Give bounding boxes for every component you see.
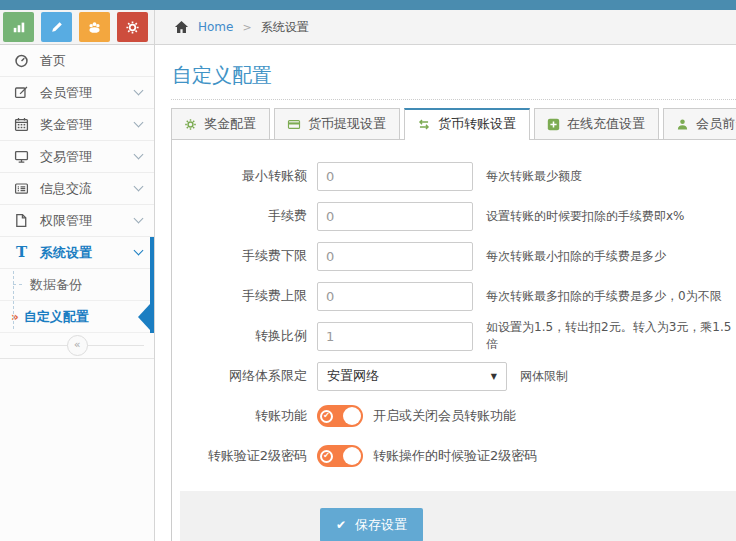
field-label: 手续费下限	[172, 247, 317, 265]
form-row-conversion-ratio: 转换比例 如设置为1.5，转出扣2元。转入为3元，乘1.5倍	[172, 316, 736, 356]
field-label: 网络体系限定	[172, 367, 317, 385]
system-settings-submenu: 数据备份 » 自定义配置	[0, 269, 154, 333]
monitor-icon	[13, 149, 30, 164]
field-hint: 如设置为1.5，转出扣2元。转入为3元，乘1.5倍	[486, 319, 736, 353]
secondary-password-toggle[interactable]: ✔	[317, 445, 363, 467]
sidebar-item-label: 权限管理	[40, 212, 125, 230]
gears-icon	[184, 118, 197, 131]
sidebar-item-label: 首页	[40, 52, 142, 70]
form-footer: ✔ 保存设置	[180, 491, 736, 541]
breadcrumb-home-link[interactable]: Home	[198, 20, 233, 34]
chevron-down-icon	[134, 86, 144, 96]
sidebar-subitem-custom-config[interactable]: » 自定义配置	[0, 301, 154, 333]
field-hint: 每次转账最小扣除的手续费是多少	[486, 248, 666, 265]
edit-icon	[13, 85, 30, 100]
toggle-knob	[343, 447, 361, 465]
tree-branch-icon	[13, 284, 22, 285]
fee-upper-limit-input[interactable]	[317, 282, 473, 311]
collapse-chevrons-icon: «	[74, 338, 81, 351]
text-icon: T	[13, 245, 30, 260]
page-title: 自定义配置	[172, 63, 736, 87]
chevron-down-icon	[134, 182, 144, 192]
form-row-secondary-password: 转账验证2级密码 ✔ 转账操作的时候验证2级密码	[172, 436, 736, 476]
users-icon	[87, 20, 102, 35]
sidebar-item-home[interactable]: 首页	[0, 45, 154, 77]
field-label: 最小转账额	[172, 167, 317, 185]
sidebar-subitem-data-backup[interactable]: 数据备份	[0, 269, 154, 301]
tab-label: 会员前台设置	[696, 115, 736, 133]
dropdown-arrow-icon: ▼	[491, 372, 497, 381]
fee-input[interactable]	[317, 202, 473, 231]
sidebar-collapse-row: «	[0, 333, 154, 359]
tab-transfer-settings[interactable]: 货币转账设置	[404, 108, 530, 140]
settings-shortcut-button[interactable]	[117, 12, 148, 42]
breadcrumb-current: 系统设置	[261, 19, 309, 36]
active-item-pointer-icon	[138, 304, 150, 330]
sidebar-shortcut-toolbar	[0, 10, 154, 45]
toggle-knob	[343, 407, 361, 425]
breadcrumb: Home > 系统设置	[155, 10, 736, 45]
sidebar-collapse-button[interactable]: «	[67, 335, 88, 356]
form-row-fee-lower-limit: 手续费下限 每次转账最小扣除的手续费是多少	[172, 236, 736, 276]
transfer-function-toggle[interactable]: ✔	[317, 405, 363, 427]
field-hint: 转账操作的时候验证2级密码	[373, 447, 537, 465]
sidebar-subitem-label: 数据备份	[30, 276, 82, 294]
field-label: 转账验证2级密码	[172, 447, 317, 465]
stats-shortcut-button[interactable]	[3, 12, 34, 42]
conversion-ratio-input[interactable]	[317, 322, 473, 351]
sidebar-item-messages[interactable]: 信息交流	[0, 173, 154, 205]
plus-square-icon	[547, 118, 560, 131]
tab-label: 在线充值设置	[567, 115, 645, 133]
tab-recharge-settings[interactable]: 在线充值设置	[534, 108, 659, 139]
home-icon	[174, 20, 189, 34]
sidebar-item-label: 奖金管理	[40, 116, 125, 134]
sidebar-item-bonus[interactable]: 奖金管理	[0, 109, 154, 141]
field-label: 转账功能	[172, 407, 317, 425]
field-hint: 网体限制	[520, 368, 568, 385]
select-value: 安置网络	[327, 367, 379, 385]
min-transfer-input[interactable]	[317, 162, 473, 191]
form-row-fee: 手续费 设置转账的时候要扣除的手续费即x%	[172, 196, 736, 236]
sidebar-item-system-settings[interactable]: T 系统设置	[0, 237, 154, 269]
tab-withdrawal-settings[interactable]: 货币提现设置	[274, 108, 400, 139]
tab-member-frontend-settings[interactable]: 会员前台设置	[663, 108, 736, 139]
sidebar-item-transactions[interactable]: 交易管理	[0, 141, 154, 173]
sidebar-item-permissions[interactable]: 权限管理	[0, 205, 154, 237]
calendar-icon	[13, 117, 30, 132]
save-settings-button[interactable]: ✔ 保存设置	[320, 508, 423, 541]
chevron-down-icon	[134, 118, 144, 128]
field-hint: 开启或关闭会员转账功能	[373, 407, 516, 425]
field-hint: 设置转账的时候要扣除的手续费即x%	[486, 208, 685, 225]
gears-icon	[125, 20, 140, 35]
active-section-indicator-bar	[150, 237, 154, 333]
users-shortcut-button[interactable]	[79, 12, 110, 42]
chevron-down-icon	[134, 246, 144, 256]
form-row-fee-upper-limit: 手续费上限 每次转账最多扣除的手续费是多少，0为不限	[172, 276, 736, 316]
field-label: 手续费	[172, 207, 317, 225]
field-hint: 每次转账最少额度	[486, 168, 582, 185]
sidebar-item-members[interactable]: 会员管理	[0, 77, 154, 109]
transfer-settings-form: 最小转账额 每次转账最少额度 手续费 设置转账的时候要扣除的手续费即x% 手续费…	[172, 140, 736, 476]
field-label: 手续费上限	[172, 287, 317, 305]
credit-card-icon	[287, 118, 301, 131]
breadcrumb-separator: >	[242, 21, 251, 34]
sidebar-item-label: 交易管理	[40, 148, 125, 166]
field-label: 转换比例	[172, 327, 317, 345]
sidebar-item-label: 信息交流	[40, 180, 125, 198]
sidebar-item-label: 会员管理	[40, 84, 125, 102]
toggle-check-icon: ✔	[320, 450, 333, 463]
form-row-transfer-function: 转账功能 ✔ 开启或关闭会员转账功能	[172, 396, 736, 436]
check-icon: ✔	[336, 518, 346, 532]
top-accent-bar	[0, 0, 736, 10]
tab-bonus-config[interactable]: 奖金配置	[171, 108, 270, 139]
edit-shortcut-button[interactable]	[41, 12, 72, 42]
file-icon	[13, 213, 30, 228]
tab-label: 奖金配置	[204, 115, 256, 133]
chevron-down-icon	[134, 214, 144, 224]
network-system-select[interactable]: 安置网络 ▼	[317, 362, 507, 391]
fee-lower-limit-input[interactable]	[317, 242, 473, 271]
active-item-arrows-icon: »	[11, 310, 19, 324]
sidebar-subitem-label: 自定义配置	[24, 308, 89, 326]
save-button-label: 保存设置	[355, 516, 407, 534]
exchange-icon	[417, 118, 431, 131]
